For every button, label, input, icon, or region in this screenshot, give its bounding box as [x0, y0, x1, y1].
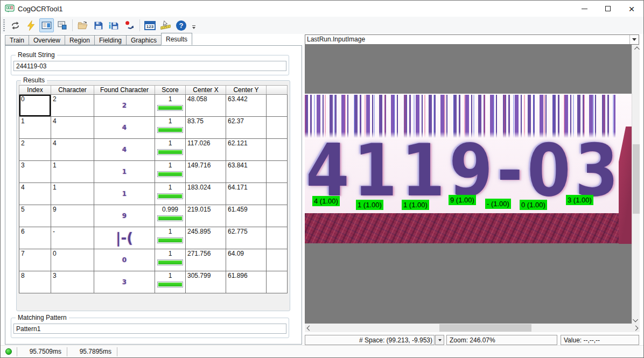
cell-score[interactable]: 1 — [155, 183, 186, 205]
cell-score[interactable]: 1 — [155, 117, 186, 139]
cell-center-y[interactable]: 62.775 — [226, 227, 267, 249]
cell-character[interactable]: 0 — [51, 249, 94, 271]
column-header[interactable]: Center Y — [226, 86, 267, 95]
save-results-button[interactable] — [107, 18, 121, 32]
cell-center-x[interactable]: 149.716 — [186, 161, 226, 183]
tab-results[interactable]: Results — [161, 33, 192, 45]
column-header[interactable]: Character — [51, 86, 94, 95]
tab-train[interactable]: Train — [5, 35, 29, 45]
cell-character[interactable]: 1 — [51, 161, 94, 183]
cell-center-y[interactable]: 63.841 — [226, 161, 267, 183]
cell-extra[interactable] — [267, 161, 288, 183]
cell-index[interactable]: 4 — [19, 183, 51, 205]
cell-center-y[interactable]: 62.121 — [226, 139, 267, 161]
float-window-button[interactable] — [55, 18, 69, 32]
run-tool-button[interactable] — [8, 18, 23, 32]
cell-extra[interactable] — [267, 183, 288, 205]
save-button[interactable] — [91, 18, 106, 32]
help-button[interactable] — [174, 18, 188, 32]
column-header[interactable]: Center X — [186, 86, 226, 95]
cell-center-y[interactable]: 63.442 — [226, 95, 267, 117]
cell-score[interactable]: 1 — [155, 139, 186, 161]
horizontal-scrollbar[interactable] — [305, 324, 640, 332]
cell-found-character[interactable]: 1 — [94, 161, 155, 183]
cell-character[interactable]: 1 — [51, 183, 94, 205]
tab-region[interactable]: Region — [65, 35, 95, 45]
numeric-display-button[interactable]: 123 — [143, 18, 157, 32]
cell-score[interactable]: 1 — [155, 95, 186, 117]
table-row[interactable]: 6 - |-( 1 245.895 62.775 — [19, 227, 288, 249]
cell-center-y[interactable]: 64.09 — [226, 249, 267, 271]
cell-character[interactable]: 4 — [51, 139, 94, 161]
results-table[interactable]: IndexCharacterFound CharacterScoreCenter… — [19, 85, 288, 293]
table-row[interactable]: 0 2 2 1 48.058 63.442 — [19, 95, 288, 117]
table-row[interactable]: 7 0 0 1 271.756 64.09 — [19, 249, 288, 271]
cell-index[interactable]: 5 — [19, 205, 51, 227]
cell-center-x[interactable]: 271.756 — [186, 249, 226, 271]
cell-index[interactable]: 2 — [19, 139, 51, 161]
cell-score[interactable]: 1 — [155, 161, 186, 183]
scroll-down-button[interactable] — [632, 315, 640, 324]
tab-overview[interactable]: Overview — [29, 35, 65, 45]
matching-pattern-field[interactable] — [13, 324, 286, 334]
minimize-button[interactable] — [572, 1, 596, 17]
combo-dropdown-button[interactable] — [629, 35, 639, 44]
table-row[interactable]: 3 1 1 1 149.716 63.841 — [19, 161, 288, 183]
cell-center-y[interactable]: 64.171 — [226, 183, 267, 205]
scroll-up-button[interactable] — [632, 45, 640, 53]
record-input-button[interactable] — [122, 18, 137, 32]
cell-extra[interactable] — [267, 227, 288, 249]
horizontal-scroll-thumb[interactable] — [439, 324, 531, 332]
column-header[interactable]: Score — [155, 86, 186, 95]
cell-score[interactable]: 0.999 — [155, 205, 186, 227]
cell-character[interactable]: 2 — [51, 95, 94, 117]
table-row[interactable]: 2 4 4 1 117.026 62.121 — [19, 139, 288, 161]
cell-center-x[interactable]: 48.058 — [186, 95, 226, 117]
cell-found-character[interactable]: 1 — [94, 183, 155, 205]
cell-found-character[interactable]: 3 — [94, 271, 155, 293]
cell-extra[interactable] — [267, 249, 288, 271]
table-row[interactable]: 8 3 3 1 305.799 61.896 — [19, 271, 288, 293]
cell-index[interactable]: 1 — [19, 117, 51, 139]
cell-character[interactable]: - — [51, 227, 94, 249]
cell-index[interactable]: 3 — [19, 161, 51, 183]
column-header[interactable]: Index — [19, 86, 51, 95]
cell-found-character[interactable]: 2 — [94, 95, 155, 117]
cell-score[interactable]: 1 — [155, 271, 186, 293]
cell-index[interactable]: 6 — [19, 227, 51, 249]
cell-character[interactable]: 3 — [51, 271, 94, 293]
cell-center-y[interactable]: 61.896 — [226, 271, 267, 293]
vertical-scrollbar[interactable] — [632, 45, 640, 324]
cell-center-x[interactable]: 83.75 — [186, 117, 226, 139]
cell-character[interactable]: 9 — [51, 205, 94, 227]
cell-center-x[interactable]: 305.799 — [186, 271, 226, 293]
scroll-right-button[interactable] — [631, 324, 640, 332]
toolbar-grip[interactable] — [3, 19, 5, 31]
show-electrode-button[interactable] — [39, 18, 54, 32]
tab-graphics[interactable]: Graphics — [126, 35, 162, 45]
scroll-left-button[interactable] — [305, 324, 313, 332]
cell-character[interactable]: 4 — [51, 117, 94, 139]
open-file-button[interactable] — [75, 18, 90, 32]
cell-found-character[interactable]: 9 — [94, 205, 155, 227]
cell-center-y[interactable]: 61.459 — [226, 205, 267, 227]
cell-found-character[interactable]: |-( — [94, 227, 155, 249]
cell-index[interactable]: 7 — [19, 249, 51, 271]
cell-extra[interactable] — [267, 205, 288, 227]
cell-center-x[interactable]: 245.895 — [186, 227, 226, 249]
cell-score[interactable]: 1 — [155, 249, 186, 271]
cell-center-x[interactable]: 117.026 — [186, 139, 226, 161]
column-header[interactable]: Found Character — [94, 86, 155, 95]
table-row[interactable]: 5 9 9 0.999 219.015 61.459 — [19, 205, 288, 227]
cell-score[interactable]: 1 — [155, 227, 186, 249]
vertical-scroll-thumb[interactable] — [633, 144, 640, 214]
maximize-button[interactable] — [596, 1, 620, 17]
tab-fielding[interactable]: Fielding — [94, 35, 127, 45]
cell-center-x[interactable]: 219.015 — [186, 205, 226, 227]
cell-extra[interactable] — [267, 117, 288, 139]
image-viewport[interactable]: 4119-03 4 (1.00)1 (1.00)1 (1.00)9 (1.00)… — [305, 45, 632, 324]
cell-index[interactable]: 0 — [19, 95, 51, 117]
space-dropdown-button[interactable] — [435, 335, 444, 345]
cell-index[interactable]: 8 — [19, 271, 51, 293]
image-source-combo[interactable]: LastRun.InputImage — [305, 34, 639, 45]
